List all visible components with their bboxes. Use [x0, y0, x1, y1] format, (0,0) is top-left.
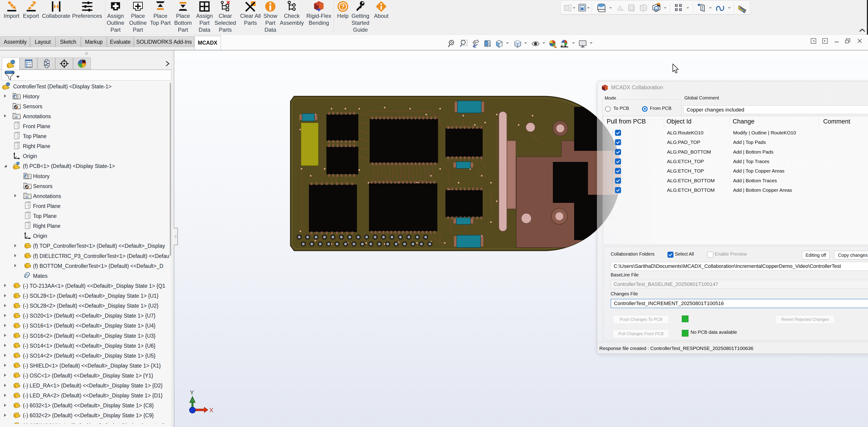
tree-item[interactable]: (-) SHIELD<1> (Default) <<Default>_Displ… — [0, 361, 170, 371]
object-id-cell[interactable]: ALG:RouteKO10 — [667, 130, 704, 136]
about-button[interactable]: About — [364, 0, 399, 20]
tab-assembly[interactable]: Assembly — [0, 36, 30, 47]
change-cell[interactable]: Add | Top Pads — [733, 140, 766, 145]
expand-arrow-icon[interactable] — [3, 313, 7, 319]
row-checkbox[interactable] — [615, 139, 621, 145]
panel-splitter-handle[interactable] — [174, 228, 178, 245]
tree-item[interactable]: (-) LED_RA<1> (Default) <<Default>_Displ… — [0, 381, 170, 391]
print-preview-button[interactable] — [563, 3, 573, 13]
tree-item[interactable]: Mates — [0, 271, 170, 281]
tree-item[interactable]: (-) SO16<1> (Default) <<Default>_Display… — [0, 321, 170, 331]
save-dropdown-caret[interactable] — [609, 7, 612, 9]
tree-item[interactable]: Right Plane — [0, 141, 170, 151]
tree-item[interactable]: (-) 6032<1> (Default) <<Default>_Display… — [0, 401, 170, 410]
tree-item[interactable]: Origin — [0, 231, 170, 241]
tree-item[interactable]: (-) OSC<1> (Default) <<Default>_Display … — [0, 371, 170, 381]
tree-item[interactable]: (-) SO14<1> (Default) <<Default>_Display… — [0, 341, 170, 351]
editing-off-button[interactable]: Editing off — [802, 251, 830, 259]
expand-arrow-icon[interactable] — [3, 303, 7, 309]
row-checkbox[interactable] — [615, 178, 621, 184]
tab-featuremanager[interactable] — [2, 58, 20, 70]
view-settings-icon[interactable] — [578, 39, 587, 49]
close-button[interactable] — [856, 37, 863, 45]
tree-item[interactable]: (-) SO20<1> (Default) <<Default>_Display… — [0, 311, 170, 321]
tree-item[interactable]: (f) TOP_ControllerTest<1> (Default) <<De… — [0, 241, 170, 251]
zoom-to-area-icon[interactable] — [459, 39, 468, 49]
previous-view-icon[interactable] — [471, 39, 480, 49]
object-id-cell[interactable]: ALG:ETCH_TOP — [667, 168, 704, 174]
expand-arrow-icon[interactable] — [3, 293, 7, 299]
tab-displaymanager[interactable] — [73, 58, 91, 69]
pull-changes-button[interactable]: Pull Changes From PCB — [613, 330, 669, 338]
make-part-button[interactable] — [615, 3, 625, 13]
enable-preview-checkbox[interactable] — [707, 252, 713, 258]
object-id-cell[interactable]: ALG:ETCH_BOTTOM — [667, 178, 715, 183]
tree-item[interactable]: Top Plane — [0, 211, 170, 221]
row-checkbox[interactable] — [615, 168, 621, 174]
edit-appearance-dropdown-caret[interactable] — [709, 7, 712, 9]
expand-arrow-icon[interactable] — [3, 164, 7, 169]
expand-arrow-icon[interactable] — [3, 373, 7, 378]
tree-item[interactable]: (-) TO-213AA<1> (Default) <<Default>_Dis… — [0, 281, 170, 291]
tree-item[interactable]: (-) SO16<2> (Default) <<Default>_Display… — [0, 331, 170, 341]
tree-item[interactable]: (f) BOTTOM_ControllerTest<1> (Default) <… — [0, 261, 170, 271]
expand-arrow-icon[interactable] — [3, 353, 7, 359]
tree-item[interactable]: History — [0, 171, 170, 181]
column-header[interactable]: Pull from PCB — [607, 118, 646, 125]
tab-sketch[interactable]: Sketch — [56, 36, 81, 47]
rebuild-dropdown-caret[interactable] — [686, 7, 689, 9]
expand-arrow-icon[interactable] — [3, 383, 7, 389]
tree-item[interactable]: (-) 6032<2> (Default) <<Default>_Display… — [0, 410, 170, 421]
tree-item[interactable]: ControllerTest (Default) <Display State-… — [0, 82, 170, 92]
options-button[interactable] — [650, 3, 661, 14]
tab-mcadx[interactable]: MCADX — [194, 36, 221, 50]
minimize-button[interactable] — [833, 37, 840, 45]
view-orientation-icon[interactable] — [513, 39, 522, 49]
folder-path-input[interactable]: C:\Users\SarithaD\Documents\MCADX_Collab… — [611, 262, 868, 271]
column-header[interactable]: Change — [733, 118, 754, 125]
dock-right-button[interactable] — [822, 37, 829, 45]
row-checkbox[interactable] — [615, 159, 621, 165]
tree-item[interactable]: History — [0, 92, 170, 102]
copy-changes-button[interactable]: Copy changes — [834, 251, 868, 259]
scene-icon[interactable] — [560, 39, 569, 49]
change-cell[interactable]: Add | Bottom Pads — [733, 149, 774, 155]
save-button[interactable] — [596, 3, 607, 14]
tab-evaluate[interactable]: Evaluate — [107, 36, 134, 47]
row-checkbox[interactable] — [615, 130, 621, 136]
tab-configurations[interactable] — [37, 58, 55, 69]
tree-filter-bar[interactable] — [2, 70, 171, 81]
column-header[interactable]: Object Id — [666, 118, 691, 125]
to-pcb-radio[interactable] — [605, 106, 611, 112]
view-orientation-caret[interactable] — [524, 42, 527, 44]
change-cell[interactable]: Add | Top Copper Areas — [733, 168, 784, 174]
section-view-icon[interactable] — [483, 39, 492, 49]
tree-item[interactable]: (-) LED_RA<2> (Default) <<Default>_Displ… — [0, 391, 170, 401]
tab-dimxpert[interactable] — [55, 58, 73, 69]
rebuild-button[interactable] — [674, 3, 685, 14]
change-cell[interactable]: Add | Bottom Traces — [733, 178, 777, 183]
undo-button[interactable] — [715, 3, 726, 14]
new-document-dropdown-caret[interactable] — [587, 7, 590, 9]
revert-rejected-button[interactable]: Revert Rejected Changes — [776, 315, 835, 324]
tree-item[interactable]: Front Plane — [0, 121, 170, 132]
tab-propertymanager[interactable] — [20, 58, 37, 69]
tree-item[interactable]: (-) SOL28<2> (Default) <<Default>_Displa… — [0, 301, 170, 311]
expand-arrow-icon[interactable] — [3, 413, 7, 419]
scene-caret[interactable] — [572, 42, 575, 44]
panel-expand-chevron[interactable] — [164, 60, 170, 68]
from-pcb-radio[interactable] — [642, 106, 648, 112]
make-drawing-button[interactable] — [638, 3, 649, 13]
view-selector-icon[interactable] — [494, 39, 504, 49]
expand-arrow-icon[interactable] — [3, 393, 7, 399]
baseline-file-input[interactable]: ControllerTest_BASELINE_20250801T100147 — [611, 280, 868, 289]
tree-item[interactable]: Sensors — [0, 102, 170, 112]
new-document-button[interactable] — [577, 3, 587, 13]
column-header[interactable]: Comment — [823, 118, 850, 125]
tree-item[interactable]: (f) DIELECTRIC_P3_ControllerTest<1> (Def… — [0, 251, 170, 261]
change-cell[interactable]: Add | Bottom Copper Areas — [733, 188, 792, 193]
object-id-cell[interactable]: ALG:ETCH_BOTTOM — [667, 188, 715, 193]
tab-markup[interactable]: Markup — [81, 36, 107, 47]
object-id-cell[interactable]: ALG:PAD_TOP — [667, 140, 700, 145]
change-cell[interactable]: Modify | Outline | RouteKO10 — [733, 130, 796, 136]
